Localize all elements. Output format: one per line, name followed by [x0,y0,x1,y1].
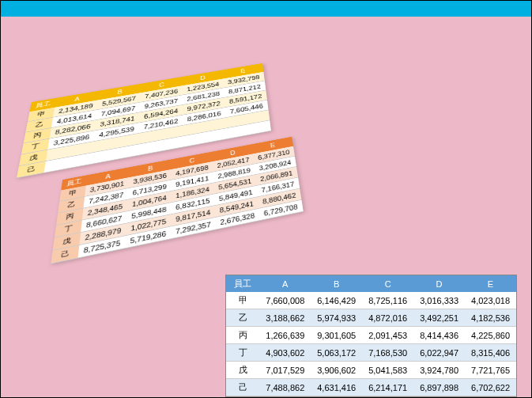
cell: 7,721,765 [465,362,516,379]
cell: 6,377,310 [253,146,294,164]
cell: 4,631,416 [311,379,362,396]
cell: 6,897,898 [413,379,465,396]
cell: 3,924,780 [413,362,465,379]
table-row: 乙3,188,6625,974,9334,872,0163,492,2514,1… [226,309,516,327]
cell: 3,208,924 [255,156,296,174]
cell: 5,063,172 [311,344,362,362]
cell: 4,903,602 [259,344,311,362]
table-blue: 員工 A B C D E 甲7,660,0086,146,4298,725,11… [225,275,517,397]
cell: 2,681,238 [183,88,224,104]
table-row: 丙1,266,6399,301,6052,091,4538,414,4364,2… [226,327,516,344]
cell: 3,906,602 [311,362,362,379]
cell: 3,932,798 [223,72,264,88]
cell: 9,301,605 [311,327,362,344]
col-header: B [311,275,362,292]
row-label: 己 [226,379,259,396]
cell: 7,017,529 [259,362,311,379]
cell: 2,052,417 [213,154,255,172]
col-header: A [259,275,311,292]
col-header: 員工 [61,175,87,190]
cell: 6,702,622 [465,379,516,396]
cell: 9,191,411 [171,172,213,191]
col-header: A [55,91,99,108]
col-header: 員工 [226,275,259,292]
cell: 3,938,536 [128,169,171,188]
cell: 8,725,116 [362,292,413,309]
cell: 5,654,531 [213,175,256,194]
table-row: 甲2,134,1895,529,5677,407,2361,223,5543,9… [28,72,264,122]
col-header: C [141,77,183,93]
table-row: 戊7,017,5293,906,6025,041,5833,924,7807,7… [226,362,516,379]
row-label: 丁 [226,344,259,362]
col-header: B [129,159,171,177]
cell: 4,023,018 [465,292,516,309]
cell: 3,188,662 [259,309,311,327]
col-header: D [182,70,223,85]
col-header: D [212,144,253,161]
cell: 2,134,189 [53,100,98,117]
col-header: E [465,275,516,292]
cell: 3,492,251 [413,309,465,327]
cell: 4,225,860 [465,327,516,344]
cell: 5,041,583 [362,362,413,379]
col-header: E [223,63,263,78]
cell: 2,988,819 [213,164,255,183]
header-bar [1,1,531,17]
cell: 3,016,333 [413,292,465,309]
table-row: 丁4,903,6025,063,1727,168,5306,022,9478,3… [226,344,516,362]
col-header: D [413,275,465,292]
cell: 7,407,236 [140,85,182,102]
cell: 7,605,446 [225,100,268,117]
cell: 1,266,639 [259,327,311,344]
row-label: 乙 [226,309,259,327]
cell: 9,972,372 [183,97,225,115]
row-label: 戊 [226,362,259,379]
cell: 6,022,947 [413,344,465,362]
cell: 9,263,737 [140,95,183,112]
col-header: E [252,137,293,154]
cell: 8,414,436 [413,327,465,344]
cell: 7,488,862 [259,379,311,396]
cell: 6,214,171 [362,379,413,396]
cell: 8,315,406 [465,344,516,362]
table-row: 己7,488,8624,631,4166,214,1716,897,8986,7… [226,379,516,396]
cell: 7,660,008 [259,292,311,309]
cell: 8,591,172 [224,90,267,108]
col-header: A [86,167,130,185]
cell: 8,871,212 [224,81,266,97]
cell: 5,529,567 [97,93,141,109]
table-yellow: 員工 A B C D E 甲2,134,1895,529,5677,407,23… [17,63,271,178]
cell: 4,182,536 [465,309,516,327]
cell: 2,091,453 [362,327,413,344]
row-label: 丙 [226,327,259,344]
cell: 6,146,429 [311,292,362,309]
col-header: C [172,152,213,169]
cell: 1,223,554 [183,78,224,95]
cell: 2,066,891 [255,167,298,186]
tilt-stack: 員工 A B C D E 甲2,134,1895,529,5677,407,23… [25,64,325,270]
cell: 4,197,698 [172,161,213,180]
cell: 7,166,317 [256,177,299,197]
col-header: C [362,275,413,292]
col-header: B [98,84,141,100]
cell: 4,872,016 [362,309,413,327]
col-header: 員工 [30,98,57,112]
cell: 5,974,933 [311,309,362,327]
cell: 7,168,530 [362,344,413,362]
pink-background: 員工 A B C D E 甲2,134,1895,529,5677,407,23… [1,17,531,398]
row-label: 甲 [226,292,259,309]
table-row: 甲7,660,0086,146,4298,725,1163,016,3334,0… [226,292,516,309]
cell: 3,730,901 [85,177,129,196]
